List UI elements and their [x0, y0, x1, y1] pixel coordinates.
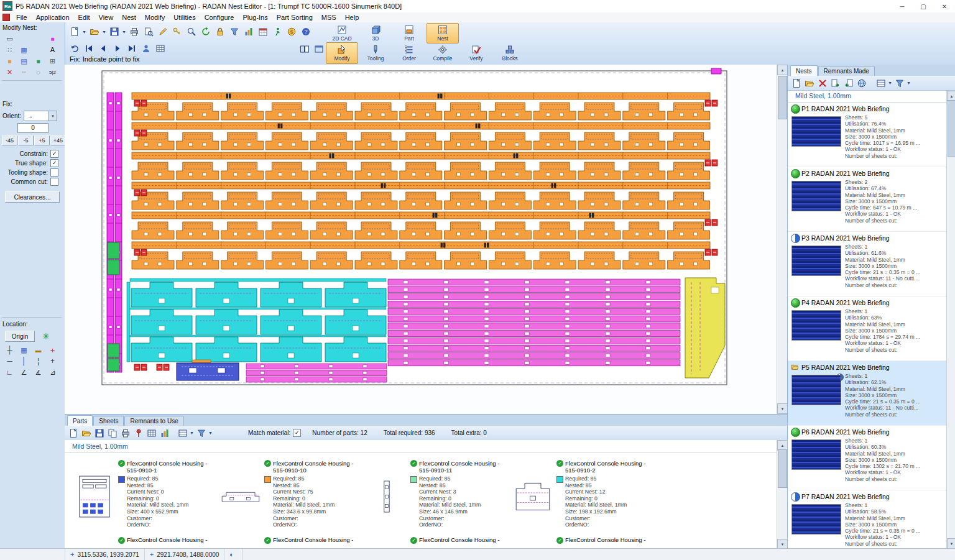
dropdown-arrow-icon[interactable]: ▼: [906, 81, 911, 85]
menu-view[interactable]: View: [95, 14, 118, 21]
vdots-icon[interactable]: ¦: [31, 356, 45, 367]
user-icon[interactable]: [139, 42, 153, 55]
nest-thumbnail[interactable]: [791, 181, 841, 211]
part-list-item[interactable]: ✓FlexControl Console Housing -515-0910-2…: [512, 459, 658, 535]
print-icon[interactable]: [119, 426, 132, 440]
tab-remnants-to-use[interactable]: Remnants to Use: [124, 416, 183, 426]
angle-button-plus45[interactable]: +45: [50, 135, 66, 145]
parts-scrollbar[interactable]: ▲ ▼: [777, 440, 787, 549]
close-button[interactable]: ✕: [934, 0, 955, 12]
angle-button-minus45[interactable]: -45: [2, 135, 17, 145]
scroll-thumb[interactable]: [948, 100, 955, 157]
menu-application[interactable]: Application: [32, 14, 74, 21]
circles-gold-icon[interactable]: ◦◦: [17, 67, 31, 78]
table-blue-icon[interactable]: ▤: [17, 55, 31, 67]
scroll-down-icon[interactable]: ▼: [947, 538, 955, 549]
menu-file[interactable]: File: [12, 14, 32, 21]
open-icon[interactable]: [87, 25, 101, 39]
new-icon[interactable]: [67, 426, 80, 440]
checkbox-common-cut[interactable]: [50, 178, 58, 186]
scroll-thumb[interactable]: [778, 76, 787, 119]
stage-button-modify[interactable]: Modify: [326, 42, 358, 64]
angle-button-plus5[interactable]: +5: [34, 135, 50, 145]
nest-list-item[interactable]: P3 RADAN 2021 Web BriefingSheets: 1Utili…: [788, 232, 947, 296]
array-green-icon[interactable]: ∷: [2, 44, 17, 55]
part-list-item[interactable]: ✓FlexControl Console Housing -: [219, 536, 366, 549]
open-icon[interactable]: [803, 76, 816, 90]
edit-icon[interactable]: [155, 25, 170, 39]
clearances-button[interactable]: Clearances...: [5, 191, 60, 203]
part-list-item[interactable]: ✓FlexControl Console Housing -: [73, 536, 219, 549]
new-icon[interactable]: [67, 25, 81, 39]
mode-button-3d[interactable]: 3D: [359, 23, 392, 44]
nest-list-item[interactable]: P7 RADAN 2021 Web BriefingSheets: 1Utili…: [788, 490, 947, 549]
nav-prev-icon[interactable]: [96, 42, 110, 55]
dropdown-arrow-icon[interactable]: ▼: [121, 30, 127, 34]
menu-configure[interactable]: Configure: [200, 14, 239, 21]
nest-list-item[interactable]: P5 RADAN 2021 Web BriefingSheets: 1Utili…: [788, 361, 947, 426]
match-material-checkbox[interactable]: ✓: [293, 429, 301, 437]
scroll-up-icon[interactable]: ▲: [777, 65, 787, 75]
nest-list-item[interactable]: P4 RADAN 2021 Web BriefingSheets: 1Utili…: [788, 296, 947, 361]
snap-star-icon[interactable]: ✳: [42, 331, 50, 341]
grid-cross-icon[interactable]: ┼: [2, 344, 17, 356]
tab-remnants-made[interactable]: Remnants Made: [818, 66, 875, 76]
nest-thumbnail[interactable]: [791, 310, 841, 341]
grid-fill-icon[interactable]: ▦: [17, 344, 31, 356]
nest-list-item[interactable]: P6 RADAN 2021 Web BriefingSheets: 1Utili…: [788, 426, 947, 490]
triangle-icon[interactable]: ⊿: [45, 367, 60, 378]
menu-utilities[interactable]: Utilities: [169, 14, 200, 21]
menu-mss[interactable]: MSS: [317, 14, 341, 21]
view-options-icon[interactable]: [874, 76, 887, 90]
system-menu-icon[interactable]: [2, 14, 10, 21]
menu-nest[interactable]: Nest: [118, 14, 141, 21]
orient-select[interactable]: → ▼: [24, 111, 57, 121]
cost-icon[interactable]: $: [284, 25, 298, 39]
menu-edit[interactable]: Edit: [74, 14, 95, 21]
stats-icon[interactable]: [158, 426, 171, 440]
corner-icon[interactable]: ∟: [2, 367, 17, 378]
dropdown-arrow-icon[interactable]: ▼: [189, 426, 195, 440]
fill-green-icon[interactable]: ■: [31, 55, 45, 67]
part-list-item[interactable]: ✓FlexControl Console Housing -: [366, 536, 512, 549]
menu-part-sorting[interactable]: Part Sorting: [272, 14, 317, 21]
tile-windows-icon[interactable]: [297, 42, 311, 56]
checkbox-true-shape[interactable]: ✓: [50, 159, 58, 167]
scroll-down-icon[interactable]: ▼: [777, 403, 787, 414]
nest-canvas[interactable]: ▲ ▼: [65, 65, 787, 414]
checkbox-tooling-shape[interactable]: [50, 168, 58, 177]
sort-options-icon[interactable]: [195, 426, 208, 440]
tab-parts[interactable]: Parts: [67, 415, 93, 426]
pin-icon[interactable]: [132, 426, 145, 440]
part-magenta-icon[interactable]: ■: [45, 33, 60, 44]
text-a-icon[interactable]: A: [45, 44, 60, 55]
nest-drawing[interactable]: [65, 65, 777, 414]
nest-thumbnail[interactable]: [791, 116, 841, 147]
globe-icon[interactable]: [855, 76, 868, 90]
dropdown-arrow-icon[interactable]: ▼: [81, 30, 87, 34]
stage-button-compile[interactable]: Compile: [427, 42, 459, 64]
nest-thumbnail[interactable]: [791, 375, 841, 405]
vline-icon[interactable]: │: [17, 356, 31, 367]
mode-button-part[interactable]: Part: [393, 23, 425, 44]
chevron-down-icon[interactable]: ▼: [48, 111, 57, 121]
grid-blue-icon[interactable]: ▦: [17, 44, 31, 55]
calendar-icon[interactable]: [256, 25, 270, 39]
checkbox-constrain[interactable]: ✓: [50, 150, 58, 158]
view-options-icon[interactable]: [176, 426, 189, 440]
menu-modify[interactable]: Modify: [141, 14, 169, 21]
copy-icon[interactable]: [106, 426, 119, 440]
scroll-thumb[interactable]: [778, 449, 787, 488]
stage-button-order[interactable]: 123Order: [393, 42, 425, 64]
canvas-vscrollbar[interactable]: ▲ ▼: [777, 65, 787, 414]
open-icon[interactable]: [80, 426, 93, 440]
save-icon[interactable]: [93, 426, 106, 440]
import-icon[interactable]: [842, 76, 855, 90]
help-icon[interactable]: ?: [298, 25, 313, 39]
plus-icon[interactable]: +: [45, 356, 60, 367]
angle-button-minus5[interactable]: -5: [18, 135, 34, 145]
stage-button-tooling[interactable]: Tooling: [359, 42, 392, 64]
grid-icon[interactable]: [153, 42, 167, 55]
refresh-icon[interactable]: [198, 25, 213, 39]
zoom-icon[interactable]: [184, 25, 198, 39]
